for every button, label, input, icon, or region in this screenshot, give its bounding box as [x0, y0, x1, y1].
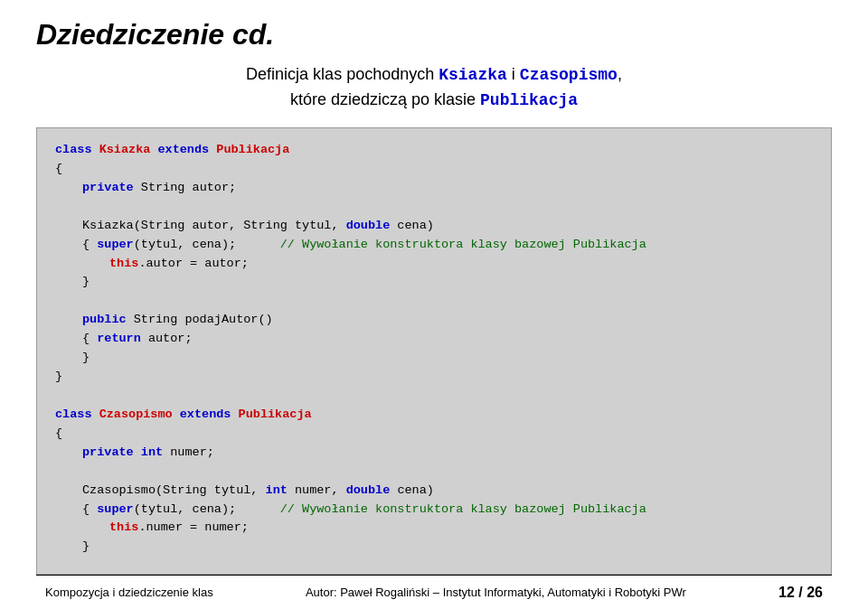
subtitle-keyword3: Publikacja — [480, 91, 578, 109]
code-block: class Ksiazka extends Publikacja { priva… — [36, 127, 832, 575]
slide-title: Dziedziczenie cd. — [36, 18, 832, 52]
footer: Kompozycja i dziedziczenie klas Autor: P… — [36, 575, 832, 609]
subtitle-suffix: , — [618, 65, 622, 83]
subtitle-line2-prefix: które dziedziczą po klasie — [290, 90, 480, 108]
subtitle-keyword2: Czasopismo — [520, 66, 618, 84]
subtitle-middle1: i — [507, 65, 520, 83]
footer-right: 12 / 26 — [778, 585, 823, 601]
slide-container: Dziedziczenie cd. Definicja klas pochodn… — [0, 0, 868, 609]
slide-subtitle: Definicja klas pochodnych Ksiazka i Czas… — [36, 62, 832, 113]
subtitle-keyword1: Ksiazka — [439, 66, 507, 84]
footer-left: Kompozycja i dziedziczenie klas — [45, 586, 213, 599]
subtitle-prefix: Definicja klas pochodnych — [246, 65, 439, 83]
footer-center: Autor: Paweł Rogaliński – Instytut Infor… — [306, 586, 686, 599]
